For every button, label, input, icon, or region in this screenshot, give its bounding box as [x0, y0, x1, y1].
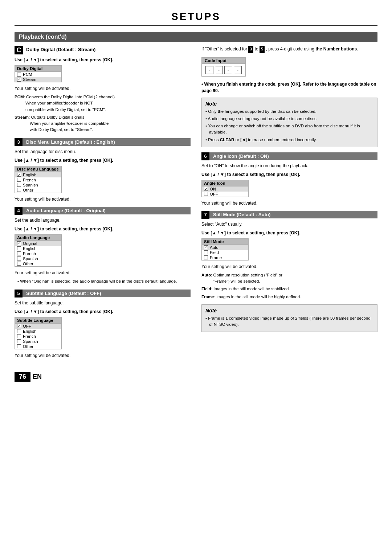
disc-spanish-checkbox[interactable]: [17, 183, 21, 187]
block-6-instruction: Use [▲ / ▼] to select a setting, then pr…: [201, 172, 377, 177]
note-item-4: • Press CLEAR or [◄] to erase numbers en…: [205, 137, 373, 143]
auto-description: Auto: Optimum resolution setting ("Field…: [201, 272, 377, 285]
still-auto-checkbox[interactable]: [204, 245, 208, 249]
subtitle-french-checkbox[interactable]: [17, 334, 21, 338]
angle-off-checkbox[interactable]: [204, 192, 208, 196]
block-6: 6 Angle Icon (Default : ON): [201, 152, 377, 160]
pcm-label: PCM: [23, 72, 32, 77]
subtitle-off-checkbox[interactable]: [17, 324, 21, 328]
stream-checkbox[interactable]: [17, 78, 21, 82]
block-4-activated: Your setting will be activated.: [15, 270, 191, 275]
when-finish-text: • When you finish entering the code, pre…: [201, 81, 377, 94]
disc-menu-table: Disc Menu Language English French Spanis…: [15, 166, 62, 193]
block-3-instruction: Use [▲ / ▼] to select a setting, then pr…: [15, 158, 191, 163]
audio-original-checkbox[interactable]: [17, 241, 21, 245]
pcm-desc1: : Converts the Dolby Digital into PCM (2…: [24, 95, 116, 99]
block-5-activated: Your setting will be activated.: [15, 353, 191, 358]
block-5-title: Subtitle Language (Default : OFF): [23, 290, 191, 297]
block-3-intro: Set the language for disc menu.: [15, 148, 191, 155]
still-frame-label: Frame: [210, 255, 222, 260]
angle-off-row: OFF: [202, 192, 248, 197]
pcm-desc3: compatible with Dolby Digital, set to "P…: [25, 107, 106, 112]
subtitle-english-checkbox[interactable]: [17, 329, 21, 333]
stream-desc1: : Outputs Dolby Digital signals: [29, 115, 84, 119]
block-7-title: Still Mode (Default : Auto): [209, 211, 377, 218]
lang-label: EN: [33, 373, 42, 381]
still-field-label: Field: [210, 250, 219, 255]
still-frame-checkbox[interactable]: [204, 255, 208, 259]
still-auto-label: Auto: [210, 245, 219, 250]
subtitle-english-row: English: [15, 329, 61, 334]
disc-spanish-row: Spanish: [15, 182, 61, 188]
num-4-badge: 4: [15, 207, 23, 215]
audio-lang-table: Audio Language Original English French S…: [15, 234, 62, 267]
left-column: C Dolby Digital (Default : Stream) Use […: [15, 46, 191, 361]
block-7-instruction: Use [▲ / ▼] to select a setting, then pr…: [201, 230, 377, 235]
disc-other-checkbox[interactable]: [17, 188, 21, 192]
dolby-table-header: Dolby Digital: [15, 66, 61, 72]
audio-other-checkbox[interactable]: [17, 262, 21, 266]
main-content: C Dolby Digital (Default : Stream) Use […: [15, 46, 377, 361]
c-instruction: Use [▲ / ▼] to select a setting, then pr…: [15, 57, 191, 62]
stream-row: Stream: [15, 77, 61, 82]
still-auto-row: Auto: [202, 245, 248, 250]
num-6-badge: 6: [201, 152, 209, 160]
audio-spanish-label: Spanish: [23, 257, 38, 261]
subtitle-other-row: Other: [15, 344, 61, 349]
subtitle-other-checkbox[interactable]: [17, 344, 21, 348]
right-text4: .: [357, 46, 358, 52]
subtitle-lang-header: Subtitle Language: [15, 317, 61, 324]
audio-french-label: French: [23, 251, 36, 256]
audio-original-row: Original: [15, 241, 61, 246]
c-activated: Your setting will be activated.: [15, 86, 191, 91]
block-7: 7 Still Mode (Default : Auto): [201, 211, 377, 219]
pcm-description: PCM: Converts the Dolby Digital into PCM…: [15, 94, 191, 113]
frame-description: Frame: Images in the still mode will be …: [201, 294, 377, 300]
auto-desc2: "Frame") will be selected.: [213, 279, 260, 283]
still-field-checkbox[interactable]: [204, 250, 208, 254]
block-3: 3 Disc Menu Language (Default : English): [15, 138, 191, 146]
still-frame-row: Frame: [202, 255, 248, 260]
audio-original-label: Original: [23, 241, 37, 246]
code-input-header: Code Input: [202, 58, 245, 64]
disc-english-row: English: [15, 172, 61, 177]
still-mode-table: Still Mode Auto Field Frame: [201, 238, 249, 260]
angle-on-checkbox[interactable]: [204, 187, 208, 191]
block-c: C Dolby Digital (Default : Stream): [15, 46, 191, 54]
code-field-4[interactable]: -: [234, 66, 242, 74]
pcm-row: PCM: [15, 72, 61, 77]
note-item-5: • Frame is 1 completed video image made …: [205, 315, 373, 328]
audio-spanish-checkbox[interactable]: [17, 257, 21, 260]
still-mode-header: Still Mode: [202, 239, 248, 245]
angle-icon-table: Angle Icon ON OFF: [201, 180, 249, 197]
frame-bold: Frame: [201, 295, 214, 299]
block-4-instruction: Use [▲ / ▼] to select a setting, then pr…: [15, 226, 191, 231]
right-text2: to: [255, 46, 258, 52]
right-other-intro: If "Other" is selected for 3 to 5 , pres…: [201, 46, 377, 53]
pcm-desc2: When your amplifier/decoder is NOT: [25, 101, 93, 105]
note-box-1: Note • Only the languages supported by t…: [201, 98, 377, 147]
disc-french-row: French: [15, 177, 61, 182]
subtitle-lang-table: Subtitle Language OFF English French Spa…: [15, 317, 62, 349]
block-4-intro: Set the audio language.: [15, 217, 191, 223]
block-3-title: Disc Menu Language (Default : English): [23, 138, 191, 146]
subtitle-other-label: Other: [23, 344, 33, 349]
disc-english-checkbox[interactable]: [17, 173, 21, 177]
subtitle-spanish-row: Spanish: [15, 339, 61, 344]
disc-french-checkbox[interactable]: [17, 178, 21, 182]
code-field-2[interactable]: -: [215, 66, 223, 74]
disc-spanish-label: Spanish: [23, 183, 38, 187]
note-item-1: • Only the languages supported by the di…: [205, 108, 373, 115]
code-field-1[interactable]: -: [205, 66, 213, 74]
block-6-title: Angle Icon (Default : ON): [209, 152, 377, 160]
disc-french-label: French: [23, 178, 36, 182]
audio-french-checkbox[interactable]: [17, 251, 21, 255]
audio-other-label: Other: [23, 262, 33, 266]
subtitle-off-label: OFF: [23, 324, 31, 328]
pcm-checkbox[interactable]: [17, 73, 21, 77]
note-box-2: Note • Frame is 1 completed video image …: [201, 304, 377, 332]
audio-english-checkbox[interactable]: [17, 246, 21, 250]
audio-spanish-row: Spanish: [15, 256, 61, 261]
code-field-3[interactable]: -: [224, 66, 232, 74]
subtitle-spanish-checkbox[interactable]: [17, 339, 21, 343]
